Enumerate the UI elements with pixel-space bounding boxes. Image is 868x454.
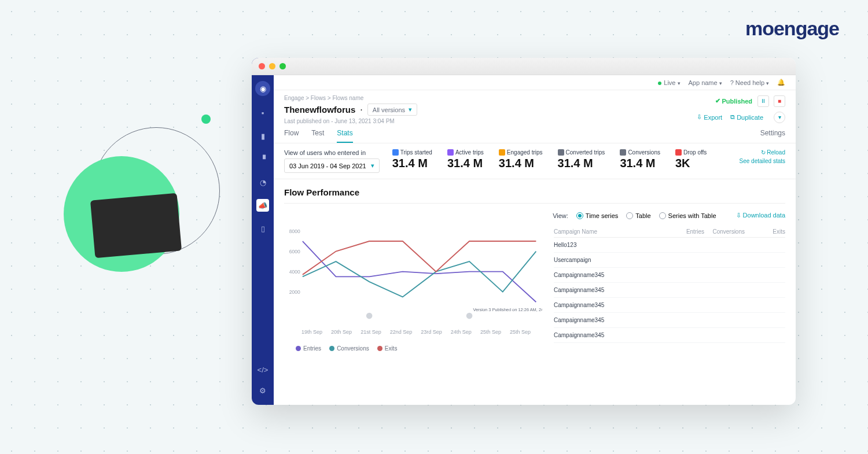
need-help-dropdown[interactable]: ? Need help▾ [730, 79, 769, 86]
reload-link[interactable]: ↻ Reload [740, 149, 786, 156]
tab-test[interactable]: Test [311, 129, 324, 143]
app-window: ◉ ▪ ▮ ▝ ◔ 📣 ▯ </> ⚙ Live▾ App name▾ ? Ne… [252, 58, 796, 405]
tab-settings[interactable]: Settings [760, 129, 785, 143]
view-time-series[interactable]: Time series [576, 212, 618, 219]
view-table[interactable]: Table [626, 212, 650, 219]
tab-stats[interactable]: Stats [337, 129, 352, 143]
download-data-link[interactable]: ⇩ Download data [736, 212, 785, 219]
metric-item: Engaged trips31.4 M [499, 149, 543, 170]
export-button[interactable]: ⇩ Export [697, 112, 722, 123]
sidebar-item-1[interactable]: ▪ [256, 106, 269, 119]
window-maximize-icon[interactable] [279, 63, 286, 69]
table-row[interactable]: Campaignname345 [554, 298, 785, 313]
line-chart: 2000400060008000Version 3 Published on 1… [284, 226, 542, 352]
table-row[interactable]: Campaignname345 [554, 283, 785, 298]
metric-item: Active trips31.4 M [447, 149, 484, 170]
tabs: Flow Test Stats Settings [274, 124, 796, 143]
sidebar-nav: ◉ ▪ ▮ ▝ ◔ 📣 ▯ </> ⚙ [252, 58, 274, 405]
view-series-table[interactable]: Series with Table [659, 212, 716, 219]
page-header: Engage > Flows > Flows name Thenewflowfo… [274, 90, 796, 124]
metric-item: Trips started31.4 M [392, 149, 432, 170]
tab-flow[interactable]: Flow [284, 129, 299, 143]
duplicate-button[interactable]: ⧉ Duplicate [730, 112, 763, 123]
status-badge: ✔ Published [715, 97, 753, 105]
svg-text:6000: 6000 [289, 249, 300, 254]
page-title: Thenewflowforus [284, 105, 355, 115]
file-icon[interactable]: ▯ [256, 222, 269, 235]
gear-icon[interactable]: ⚙ [256, 384, 269, 397]
table-row[interactable]: Campaignname345 [554, 268, 785, 283]
table-row[interactable]: Usercampaign [554, 253, 785, 268]
campaign-table: Campaign Name Entries Conversions Exits … [554, 226, 785, 352]
more-options-icon[interactable]: ▾ [774, 112, 785, 123]
metric-item: Drop offs3K [675, 149, 707, 170]
table-header: Campaign Name Entries Conversions Exits [554, 226, 785, 238]
pie-chart-icon[interactable]: ◔ [256, 176, 269, 189]
legend-item: Conversions [329, 345, 369, 352]
person-illustration [64, 156, 179, 272]
breadcrumb[interactable]: Engage > Flows > Flows name [284, 95, 417, 101]
table-row[interactable]: Hello123 [554, 238, 785, 253]
metric-item: Conversions31.4 M [620, 149, 660, 170]
megaphone-icon[interactable]: 📣 [256, 199, 269, 212]
table-row[interactable]: Campaignname345 [554, 313, 785, 328]
chart-bar-icon[interactable]: ▝ [256, 153, 269, 165]
code-icon[interactable]: </> [256, 363, 269, 376]
svg-text:Version 3 Published on 12:26 A: Version 3 Published on 12:26 AM, 24th Se… [473, 307, 542, 312]
filter-label: View of users who entered in [284, 149, 380, 156]
stop-icon[interactable]: ■ [774, 95, 785, 107]
table-row[interactable]: Campaignname345 [554, 328, 785, 343]
detailed-stats-link[interactable]: See detailed stats [740, 158, 786, 164]
legend-item: Entries [296, 345, 321, 352]
app-name-dropdown[interactable]: App name▾ [689, 79, 722, 86]
live-status[interactable]: Live▾ [658, 79, 680, 86]
window-close-icon[interactable] [259, 63, 265, 69]
bell-icon[interactable]: 🔔 [777, 79, 785, 86]
performance-section: Flow Performance View: Time series Table… [274, 179, 796, 405]
sidebar-item-2[interactable]: ▮ [256, 130, 269, 142]
top-bar: Live▾ App name▾ ? Need help▾ 🔔 [274, 75, 796, 90]
svg-point-4 [366, 313, 373, 319]
view-label: View: [553, 212, 568, 219]
metric-item: Converted trips31.4 M [558, 149, 605, 170]
svg-text:4000: 4000 [289, 269, 300, 275]
window-titlebar [252, 58, 796, 75]
avatar-icon[interactable]: ◉ [255, 81, 270, 96]
decoration-dot [201, 115, 211, 124]
svg-text:8000: 8000 [289, 228, 300, 234]
metrics-bar: View of users who entered in 03 Jun 2019… [274, 143, 796, 179]
window-minimize-icon[interactable] [269, 63, 275, 69]
brand-logo: moengage [745, 17, 839, 40]
version-select[interactable]: All versions [367, 104, 417, 116]
svg-point-5 [466, 313, 473, 319]
date-range-select[interactable]: 03 Jun 2019 - 04 Sep 2021 [284, 158, 380, 173]
legend-item: Exits [377, 345, 398, 352]
performance-title: Flow Performance [284, 187, 785, 204]
svg-text:2000: 2000 [289, 289, 300, 295]
pause-icon[interactable]: ⏸ [757, 95, 769, 107]
last-published-label: Last published on - June 13, 2021 3:04 P… [284, 118, 417, 124]
